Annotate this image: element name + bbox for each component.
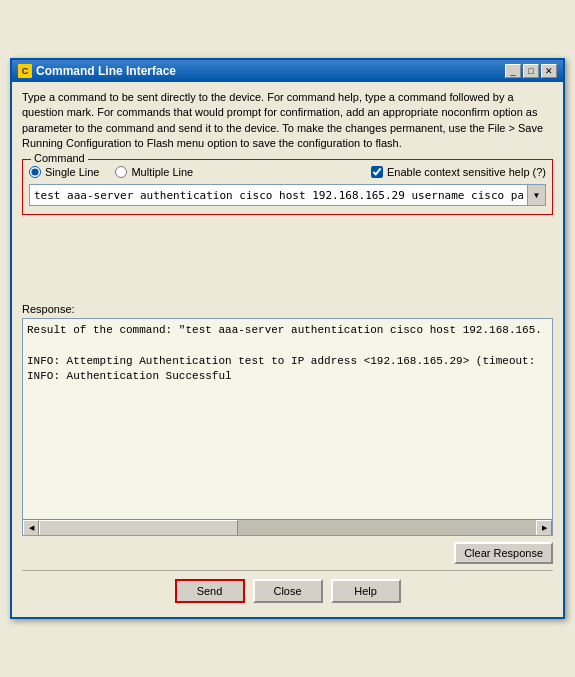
single-line-label: Single Line [45, 166, 99, 178]
single-line-radio[interactable] [29, 166, 41, 178]
bottom-buttons: Send Close Help [22, 570, 553, 609]
multiple-line-radio[interactable] [115, 166, 127, 178]
command-input-wrapper: ▼ [29, 184, 546, 206]
context-help-checkbox[interactable] [371, 166, 383, 178]
window-title: Command Line Interface [36, 64, 176, 78]
title-bar: C Command Line Interface _ □ ✕ [12, 60, 563, 82]
response-label: Response: [22, 303, 553, 315]
close-button[interactable]: ✕ [541, 64, 557, 78]
multiple-line-option[interactable]: Multiple Line [115, 166, 193, 178]
command-group-legend: Command [31, 152, 88, 164]
title-bar-controls: _ □ ✕ [505, 64, 557, 78]
command-input[interactable] [30, 185, 527, 205]
window-body: Type a command to be sent directly to th… [12, 82, 563, 618]
command-group: Command Single Line Multiple Line Enable… [22, 159, 553, 215]
close-button-bottom[interactable]: Close [253, 579, 323, 603]
main-window: C Command Line Interface _ □ ✕ Type a co… [10, 58, 565, 620]
clear-response-button[interactable]: Clear Response [454, 542, 553, 564]
window-icon: C [18, 64, 32, 78]
command-dropdown-button[interactable]: ▼ [527, 185, 545, 205]
response-section: Response: Result of the command: "test a… [22, 303, 553, 536]
minimize-button[interactable]: _ [505, 64, 521, 78]
response-area-wrapper: Result of the command: "test aaa-server … [22, 318, 553, 536]
maximize-button[interactable]: □ [523, 64, 539, 78]
send-button[interactable]: Send [175, 579, 245, 603]
scroll-right-button[interactable]: ▶ [536, 520, 552, 536]
title-bar-left: C Command Line Interface [18, 64, 176, 78]
horizontal-scrollbar[interactable]: ◀ ▶ [23, 519, 552, 535]
clear-response-row: Clear Response [22, 542, 553, 564]
scroll-track[interactable] [39, 520, 536, 536]
context-help-label: Enable context sensitive help (?) [387, 166, 546, 178]
command-options-row: Single Line Multiple Line Enable context… [29, 166, 546, 178]
multiple-line-label: Multiple Line [131, 166, 193, 178]
scroll-thumb[interactable] [39, 520, 238, 536]
scroll-left-button[interactable]: ◀ [23, 520, 39, 536]
context-help-option[interactable]: Enable context sensitive help (?) [371, 166, 546, 178]
response-area[interactable]: Result of the command: "test aaa-server … [23, 319, 552, 519]
single-line-option[interactable]: Single Line [29, 166, 99, 178]
help-button[interactable]: Help [331, 579, 401, 603]
description-text: Type a command to be sent directly to th… [22, 90, 553, 152]
spacer-area [22, 223, 553, 303]
